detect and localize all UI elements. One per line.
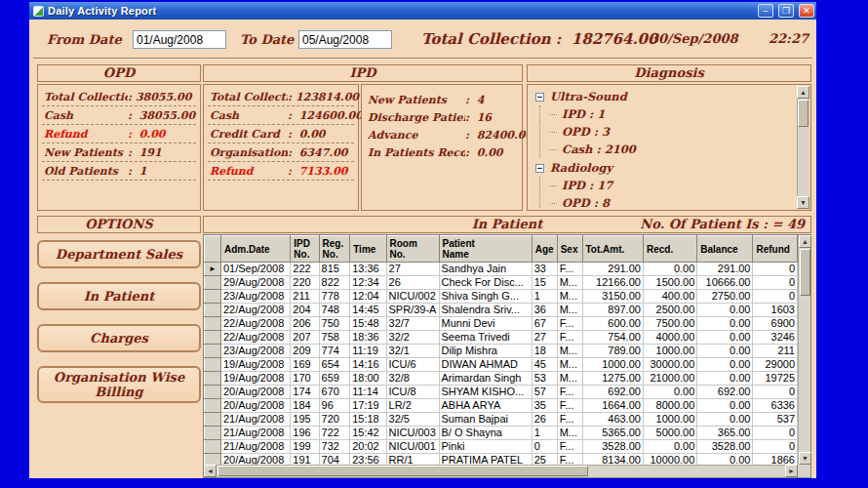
table-row[interactable]: 22/Aug/200820474814:45SPR/39-AShalendra … bbox=[205, 304, 798, 317]
row-selector[interactable] bbox=[205, 317, 221, 331]
grid-column-header[interactable]: Adm.Date bbox=[220, 236, 290, 263]
scroll-right-icon[interactable]: ► bbox=[785, 465, 798, 477]
grid-horizontal-scrollbar[interactable]: ◄ ► bbox=[204, 465, 798, 477]
row-selector[interactable]: ► bbox=[205, 263, 221, 276]
grid-column-header[interactable]: Room No. bbox=[386, 236, 439, 263]
cell: 204 bbox=[291, 304, 319, 317]
row-selector[interactable] bbox=[205, 399, 221, 413]
scroll-down-icon[interactable]: ▼ bbox=[797, 196, 809, 209]
cell: 1500.00 bbox=[643, 276, 696, 290]
cell: 21/Aug/2008 bbox=[220, 427, 290, 440]
cell: LR/2 bbox=[386, 399, 439, 413]
scrollbar-corner bbox=[798, 465, 810, 477]
scroll-up-icon[interactable]: ▲ bbox=[799, 235, 811, 248]
tree-node[interactable]: IPD : 1 bbox=[540, 105, 795, 123]
tree-node[interactable]: Cash : 2100 bbox=[540, 141, 795, 158]
table-row[interactable]: 21/Aug/200819973220:02NICU/001Pinki0F...… bbox=[205, 440, 798, 454]
grid-column-header[interactable]: Balance bbox=[697, 236, 753, 263]
cell: 2750.00 bbox=[697, 290, 753, 304]
to-date-input[interactable] bbox=[298, 30, 392, 49]
table-row[interactable]: 20/Aug/200817467011:14ICU/8SHYAM KISHO..… bbox=[205, 386, 798, 399]
scrollbar-thumb[interactable] bbox=[798, 100, 809, 127]
diagnosis-tree: −Ultra-SoundIPD : 1OPD : 3Cash : 2100−Ra… bbox=[532, 87, 795, 208]
option-button[interactable]: Charges bbox=[37, 324, 201, 352]
grid-column-header[interactable]: Recd. bbox=[643, 236, 696, 263]
cell: 222 bbox=[291, 263, 319, 276]
tree-node[interactable]: OPD : 8 bbox=[540, 194, 795, 208]
table-row[interactable]: 19/Aug/200816965414:16ICU/6DIWAN AHMAD45… bbox=[205, 358, 798, 372]
scroll-left-icon[interactable]: ◄ bbox=[204, 465, 217, 477]
table-row[interactable]: 21/Aug/200819572015:1832/5Suman Bajpai26… bbox=[205, 413, 798, 427]
grid-column-header[interactable]: Reg. No. bbox=[319, 236, 350, 263]
grid-column-header[interactable]: Tot.Amt. bbox=[582, 236, 643, 263]
cell: 35 bbox=[532, 399, 557, 413]
row-selector[interactable] bbox=[205, 358, 221, 372]
scroll-up-icon[interactable]: ▲ bbox=[797, 86, 809, 99]
tree-node[interactable]: OPD : 3 bbox=[540, 123, 795, 141]
cell: 897.00 bbox=[582, 304, 643, 317]
cell: 789.00 bbox=[582, 345, 643, 358]
grid-column-header[interactable]: Patient Name bbox=[439, 236, 532, 263]
scroll-down-icon[interactable]: ▼ bbox=[799, 452, 811, 465]
row-selector[interactable] bbox=[205, 372, 221, 386]
cell: M... bbox=[557, 427, 582, 440]
close-button[interactable]: ✕ bbox=[799, 4, 814, 18]
collapse-icon[interactable]: − bbox=[535, 164, 544, 173]
row-selector[interactable] bbox=[205, 427, 221, 440]
table-row[interactable]: ►01/Sep/200822281513:3627Sandhya Jain33F… bbox=[205, 263, 798, 276]
collapse-icon[interactable]: − bbox=[535, 93, 544, 102]
table-row[interactable]: 29/Aug/200822082212:3426Check For Disc..… bbox=[205, 276, 798, 290]
grid-column-header[interactable]: Sex bbox=[557, 236, 582, 263]
table-row[interactable]: 19/Aug/200817065918:0032/8Arimardan Sing… bbox=[205, 372, 798, 386]
cell: 21/Aug/2008 bbox=[220, 413, 290, 427]
cell: 30000.00 bbox=[643, 358, 696, 372]
diagnosis-scrollbar[interactable]: ▲ ▼ bbox=[797, 86, 809, 209]
grid-column-header[interactable]: Age bbox=[532, 236, 557, 263]
row-selector[interactable] bbox=[205, 276, 221, 290]
grid-column-header[interactable]: IPD No. bbox=[291, 236, 319, 263]
tree-line bbox=[550, 203, 557, 204]
row-selector[interactable] bbox=[205, 440, 221, 454]
tree-node[interactable]: IPD : 17 bbox=[540, 177, 795, 194]
row-selector[interactable] bbox=[205, 413, 221, 427]
cell: NICU/002 bbox=[386, 290, 439, 304]
report-date: 30/Sep/2008 bbox=[650, 31, 738, 46]
row-selector[interactable] bbox=[205, 331, 221, 345]
tree-line bbox=[550, 185, 557, 186]
tree-node[interactable]: −Radiology bbox=[532, 158, 795, 177]
cell: 211 bbox=[291, 290, 319, 304]
scrollbar-thumb[interactable] bbox=[217, 466, 588, 476]
option-button[interactable]: Department Sales bbox=[37, 240, 201, 268]
title-bar[interactable]: Daily Activity Report – ❐ ✕ bbox=[29, 2, 816, 20]
cell: 20/Aug/2008 bbox=[220, 399, 290, 413]
grid-vertical-scrollbar[interactable]: ▲ ▼ bbox=[798, 235, 810, 465]
option-button[interactable]: In Patient bbox=[37, 282, 201, 310]
row-selector[interactable] bbox=[205, 290, 221, 304]
option-button[interactable]: Organisation Wise Billing bbox=[37, 366, 201, 403]
table-row[interactable]: 23/Aug/200821177812:04NICU/002Shiva Sing… bbox=[205, 290, 798, 304]
maximize-button[interactable]: ❐ bbox=[778, 4, 794, 18]
row-selector[interactable] bbox=[205, 345, 221, 358]
diagnosis-panel: −Ultra-SoundIPD : 1OPD : 3Cash : 2100−Ra… bbox=[527, 84, 811, 211]
grid-column-header[interactable]: Refund bbox=[753, 236, 798, 263]
scrollbar-thumb[interactable] bbox=[800, 249, 810, 296]
stat-row: Cash: 38055.00 bbox=[42, 106, 196, 125]
cell: 23/Aug/2008 bbox=[220, 290, 290, 304]
table-row[interactable]: 20/Aug/20081849617:19LR/2ABHA ARYA35F...… bbox=[205, 399, 798, 413]
cell: 01/Sep/2008 bbox=[220, 263, 290, 276]
minimize-button[interactable]: – bbox=[758, 4, 773, 18]
tree-node[interactable]: −Ultra-Sound bbox=[532, 87, 795, 105]
row-selector[interactable] bbox=[205, 454, 221, 466]
cell: 26 bbox=[386, 276, 439, 290]
cell: 3246 bbox=[753, 331, 798, 345]
table-row[interactable]: 23/Aug/200820977411:1932/1Dilip Mishra18… bbox=[205, 345, 798, 358]
row-selector[interactable] bbox=[205, 386, 221, 399]
grid-column-header[interactable]: Time bbox=[350, 236, 386, 263]
cell: 20/Aug/2008 bbox=[220, 454, 290, 466]
table-row[interactable]: 22/Aug/200820775818:3632/2Seema Trivedi2… bbox=[205, 331, 798, 345]
table-row[interactable]: 20/Aug/200819170423:56RR/1PRATIMA PATEL2… bbox=[205, 454, 798, 466]
table-row[interactable]: 22/Aug/200820675015:4832/7Munni Devi67F.… bbox=[205, 317, 798, 331]
row-selector[interactable] bbox=[205, 304, 221, 317]
from-date-input[interactable] bbox=[133, 30, 226, 49]
table-row[interactable]: 21/Aug/200819672215:42NICU/003B/ O Shayn… bbox=[205, 427, 798, 440]
